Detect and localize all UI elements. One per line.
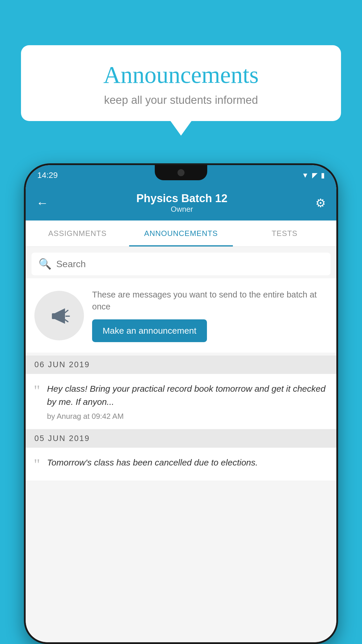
- announcement-content-1: Hey class! Bring your practical record b…: [47, 382, 328, 421]
- back-button[interactable]: ←: [36, 196, 48, 210]
- signal-icon: ◤: [312, 171, 317, 179]
- speech-bubble-pointer: [171, 121, 191, 136]
- app-bar-title: Physics Batch 12 Owner: [136, 192, 228, 214]
- announcement-text-2: Tomorrow's class has been cancelled due …: [47, 456, 258, 469]
- promo-description: These are messages you want to send to t…: [92, 289, 328, 312]
- status-time: 14:29: [37, 171, 58, 180]
- announcement-item-1[interactable]: " Hey class! Bring your practical record…: [26, 374, 336, 429]
- speech-bubble-title: Announcements: [38, 61, 324, 89]
- svg-line-4: [65, 320, 68, 322]
- speech-bubble-container: Announcements keep all your students inf…: [21, 45, 341, 136]
- search-input[interactable]: [56, 259, 324, 270]
- speech-bubble: Announcements keep all your students inf…: [21, 45, 341, 121]
- announcement-content-2: Tomorrow's class has been cancelled due …: [47, 456, 258, 473]
- megaphone-icon: [48, 304, 71, 327]
- svg-line-2: [65, 310, 68, 313]
- phone-inner: 14:29 ▼ ◤ ▮ ← Physics Batch 12 Owner ⚙: [26, 165, 336, 642]
- date-divider-2: 05 JUN 2019: [26, 429, 336, 448]
- announcement-text-1: Hey class! Bring your practical record b…: [47, 382, 328, 408]
- tab-announcements[interactable]: ANNOUNCEMENTS: [129, 220, 233, 246]
- notch-camera: [178, 169, 184, 176]
- wifi-icon: ▼: [302, 171, 309, 179]
- search-bar[interactable]: 🔍: [31, 253, 331, 275]
- make-announcement-button[interactable]: Make an announcement: [92, 319, 207, 342]
- quote-icon-2: ": [34, 457, 40, 473]
- battery-icon: ▮: [321, 171, 325, 179]
- announcement-meta-1: by Anurag at 09:42 AM: [47, 412, 328, 421]
- notch: [155, 165, 207, 180]
- quote-icon-1: ": [34, 383, 40, 421]
- svg-marker-0: [55, 308, 65, 324]
- phone: 14:29 ▼ ◤ ▮ ← Physics Batch 12 Owner ⚙: [24, 163, 338, 644]
- app-bar-title-main: Physics Batch 12: [136, 192, 228, 205]
- speech-bubble-subtitle: keep all your students informed: [38, 94, 324, 106]
- promo-right: These are messages you want to send to t…: [92, 289, 328, 342]
- tab-tests[interactable]: TESTS: [233, 220, 336, 246]
- promo-icon-circle: [34, 291, 84, 340]
- app-bar-subtitle: Owner: [136, 205, 228, 214]
- phone-screen: 14:29 ▼ ◤ ▮ ← Physics Batch 12 Owner ⚙: [26, 165, 336, 642]
- date-divider-1: 06 JUN 2019: [26, 356, 336, 374]
- tabs: ASSIGNMENTS ANNOUNCEMENTS TESTS: [26, 220, 336, 247]
- search-icon: 🔍: [38, 258, 52, 270]
- app-bar: ← Physics Batch 12 Owner ⚙: [26, 186, 336, 220]
- content-area: 🔍 These are me: [26, 247, 336, 642]
- svg-rect-1: [52, 313, 56, 319]
- status-icons: ▼ ◤ ▮: [302, 171, 325, 179]
- promo-box: These are messages you want to send to t…: [26, 278, 336, 353]
- tab-assignments[interactable]: ASSIGNMENTS: [26, 220, 129, 246]
- settings-icon[interactable]: ⚙: [315, 196, 326, 210]
- announcement-item-2[interactable]: " Tomorrow's class has been cancelled du…: [26, 448, 336, 481]
